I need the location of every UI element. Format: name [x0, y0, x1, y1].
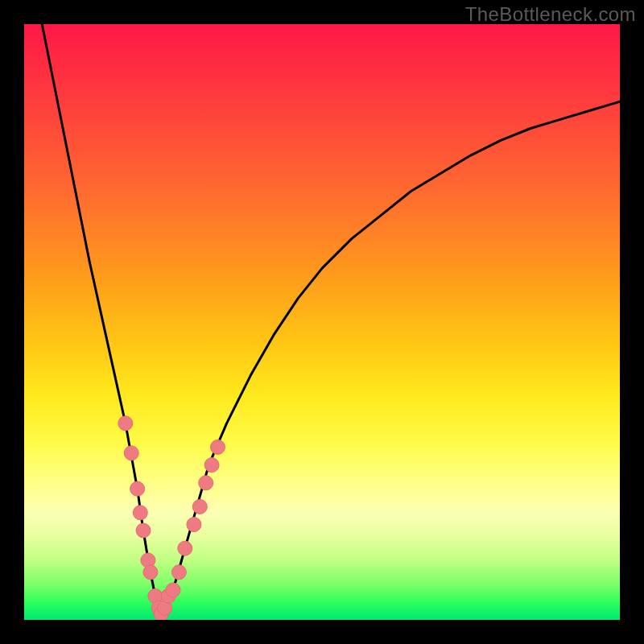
data-marker [211, 440, 225, 454]
data-marker [133, 506, 147, 520]
data-marker [178, 541, 192, 555]
plot-area [24, 24, 620, 620]
data-marker [192, 499, 207, 514]
data-marker [199, 476, 213, 490]
bottleneck-curve [42, 24, 620, 614]
curve-overlay-svg [24, 24, 620, 620]
marker-group [118, 416, 225, 620]
data-marker [118, 416, 133, 431]
data-marker [143, 565, 158, 580]
data-marker [171, 565, 186, 580]
data-marker [166, 583, 180, 597]
data-marker [204, 458, 219, 473]
chart-frame: TheBottleneck.com [0, 0, 644, 644]
data-marker [187, 518, 201, 532]
watermark-label: TheBottleneck.com [465, 3, 636, 26]
data-marker [136, 523, 151, 538]
data-marker [124, 446, 138, 460]
data-marker [130, 481, 145, 496]
